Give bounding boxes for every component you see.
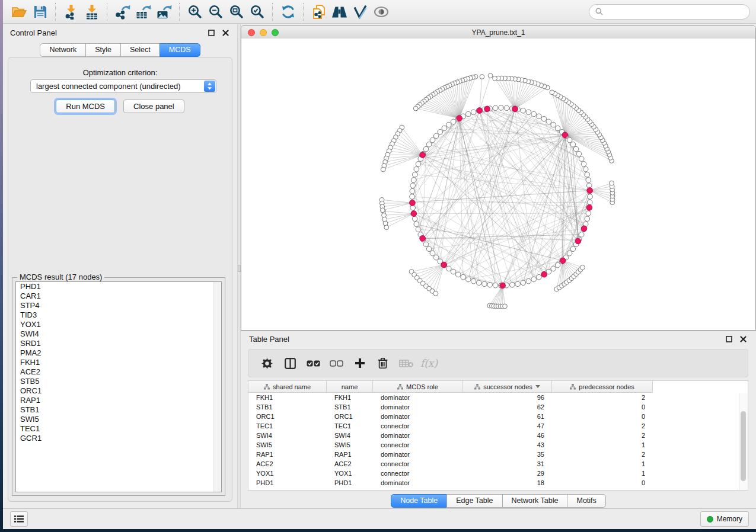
network-canvas[interactable] xyxy=(241,39,755,330)
table-row[interactable]: SWI4SWI4dominator462 xyxy=(248,431,748,440)
export-image-icon xyxy=(156,4,172,20)
show-hide-button[interactable] xyxy=(371,2,391,22)
delete-column-button[interactable] xyxy=(371,351,394,375)
search-input[interactable] xyxy=(607,7,744,17)
column-header-mcds-role[interactable]: MCDS role xyxy=(373,381,463,393)
table-row[interactable]: SWI5SWI5connector431 xyxy=(248,440,748,450)
memory-button[interactable]: Memory xyxy=(700,511,749,527)
mcds-result-item[interactable]: ORC1 xyxy=(16,386,221,396)
close-panel-button[interactable] xyxy=(221,28,230,37)
tab-network[interactable]: Network xyxy=(40,43,86,57)
tab-select[interactable]: Select xyxy=(120,43,160,57)
tab-mcds[interactable]: MCDS xyxy=(160,43,200,57)
window-minimize-icon[interactable] xyxy=(260,29,267,36)
mcds-result-list: PHD1CAR1STP4TID3YOX1SWI4SRD1PMA2FKH1ACE2… xyxy=(15,281,222,492)
mcds-result-title: MCDS result (17 nodes) xyxy=(17,273,104,281)
table-row[interactable]: ORC1ORC1dominator610 xyxy=(248,412,748,421)
window-zoom-icon[interactable] xyxy=(272,29,279,36)
mcds-result-item[interactable]: RAP1 xyxy=(16,396,221,405)
mcds-result-item[interactable]: YOX1 xyxy=(16,320,221,329)
mcds-result-item[interactable]: STB1 xyxy=(16,405,221,415)
column-header-name[interactable]: name xyxy=(327,381,373,393)
mcds-result-item[interactable]: TEC1 xyxy=(16,424,221,434)
tab-edge-table[interactable]: Edge Table xyxy=(446,494,502,508)
table-settings-button[interactable] xyxy=(256,351,279,375)
float-panel-button[interactable] xyxy=(206,28,216,37)
cell-shared-name: PHD1 xyxy=(248,478,327,488)
export-image-button[interactable] xyxy=(154,2,174,22)
open-file-button[interactable] xyxy=(9,2,30,22)
create-column-button[interactable] xyxy=(348,351,371,375)
cell-name: ACE2 xyxy=(327,459,373,469)
cell-name: ORC1 xyxy=(327,412,373,421)
mcds-list-scrollbar[interactable] xyxy=(213,282,221,492)
tab-motifs[interactable]: Motifs xyxy=(567,494,605,508)
desktop: Control Panel NetworkStyleSelectMCDS Opt… xyxy=(0,0,756,532)
tab-node-table[interactable]: Node Table xyxy=(391,494,447,508)
refresh-button[interactable] xyxy=(277,2,298,22)
export-table-button[interactable] xyxy=(133,2,154,22)
apply-style-button[interactable] xyxy=(350,2,371,22)
run-mcds-button[interactable]: Run MCDS xyxy=(56,100,115,113)
table-row[interactable]: RAP1RAP1dominator352 xyxy=(248,450,748,459)
mcds-result-item[interactable]: CAR1 xyxy=(16,291,221,301)
mcds-result-item[interactable]: GCR1 xyxy=(16,434,221,443)
window-close-icon[interactable] xyxy=(248,29,255,36)
close-table-panel-button[interactable] xyxy=(738,334,748,344)
export-network-button[interactable] xyxy=(112,2,133,22)
tab-network-table[interactable]: Network Table xyxy=(502,494,568,508)
zoom-fit-button[interactable] xyxy=(226,2,247,22)
import-table-button[interactable] xyxy=(81,2,102,22)
control-panel: Control Panel NetworkStyleSelectMCDS Opt… xyxy=(3,24,237,508)
cell-successor-nodes: 47 xyxy=(463,421,552,431)
save-session-button[interactable] xyxy=(30,2,50,22)
select-stepper-icon xyxy=(204,81,215,92)
table-row[interactable]: YOX1YOX1connector291 xyxy=(248,469,748,478)
task-history-button[interactable] xyxy=(10,511,28,527)
import-network-button[interactable] xyxy=(60,2,81,22)
network-window-titlebar[interactable]: YPA_prune.txt_1 xyxy=(241,26,755,39)
table-row[interactable]: ACE2ACE2connector311 xyxy=(248,459,748,469)
table-row[interactable]: PHD1PHD1dominator180 xyxy=(248,478,748,488)
clone-network-button[interactable] xyxy=(308,2,329,22)
mcds-result-item[interactable]: SWI5 xyxy=(16,415,221,424)
cell-predecessor-nodes: 0 xyxy=(552,478,653,488)
select-all-columns-button[interactable] xyxy=(302,351,325,375)
tab-style[interactable]: Style xyxy=(85,43,121,57)
mcds-result-item[interactable]: FKH1 xyxy=(16,358,221,367)
mcds-result-item[interactable]: PMA2 xyxy=(16,348,221,358)
mcds-result-item[interactable]: STP4 xyxy=(16,301,221,310)
cell-predecessor-nodes: 2 xyxy=(552,450,653,459)
mcds-result-item[interactable]: ACE2 xyxy=(16,367,221,377)
column-header-successor-nodes[interactable]: successor nodes xyxy=(463,381,552,393)
zoom-in-button[interactable] xyxy=(184,2,205,22)
search-network-button[interactable] xyxy=(329,2,350,22)
optimization-criterion-select[interactable]: largest connected component (undirected) xyxy=(30,79,216,93)
table-row[interactable]: STB1STB1dominator620 xyxy=(248,402,748,412)
table-scrollbar[interactable] xyxy=(739,393,748,490)
zoom-out-button[interactable] xyxy=(205,2,226,22)
float-table-panel-button[interactable] xyxy=(724,334,733,344)
cell-mcds-role: dominator xyxy=(373,450,463,459)
table-row[interactable]: TEC1TEC1connector472 xyxy=(248,421,748,431)
mcds-result-item[interactable]: TID3 xyxy=(16,310,221,320)
mcds-result-item[interactable]: STB5 xyxy=(16,377,221,386)
toolbar-search[interactable] xyxy=(589,4,750,20)
main-area: Control Panel NetworkStyleSelectMCDS Opt… xyxy=(3,24,756,508)
column-header-predecessor-nodes[interactable]: predecessor nodes xyxy=(552,381,653,393)
zoom-selected-button[interactable] xyxy=(247,2,267,22)
cell-shared-name: SWI4 xyxy=(248,431,327,440)
table-row[interactable]: FKH1FKH1dominator962 xyxy=(248,393,748,402)
mcds-result-item[interactable]: PHD1 xyxy=(16,282,221,291)
mcds-result-item[interactable]: SRD1 xyxy=(16,339,221,348)
scrollbar-thumb[interactable] xyxy=(741,411,746,481)
close-mcds-panel-button[interactable]: Close panel xyxy=(123,100,184,113)
cell-mcds-role: dominator xyxy=(373,393,463,402)
table-panel: Table Panel xyxy=(241,331,756,508)
binoculars-icon xyxy=(331,5,347,19)
cell-successor-nodes: 18 xyxy=(463,478,552,488)
mcds-result-item[interactable]: SWI4 xyxy=(16,329,221,339)
show-columns-button[interactable] xyxy=(279,351,302,375)
deselect-all-columns-button[interactable] xyxy=(325,351,348,375)
column-header-shared-name[interactable]: shared name xyxy=(248,381,327,393)
